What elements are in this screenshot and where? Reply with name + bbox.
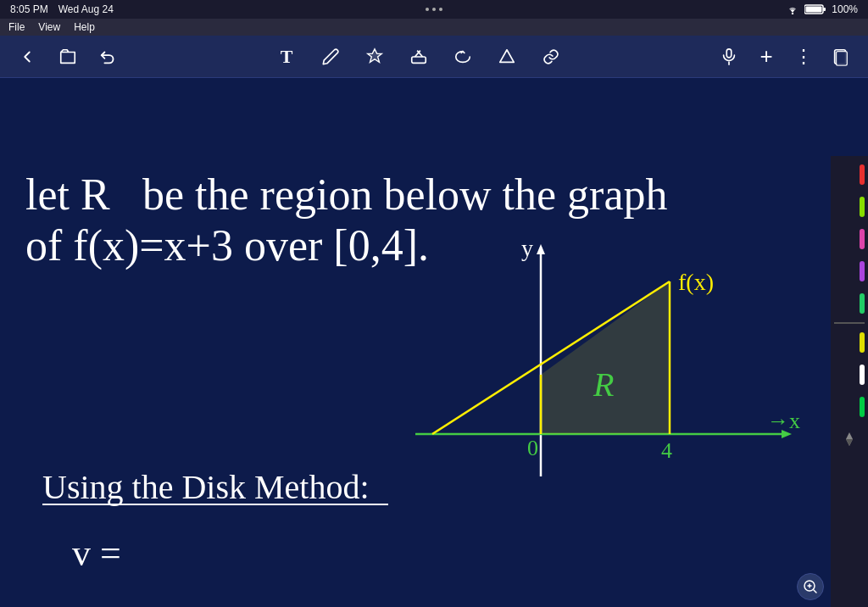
system-bar-left: 8:05 PM Wed Aug 24 <box>10 3 114 15</box>
svg-text:v =: v = <box>72 532 121 574</box>
color-lime[interactable] <box>834 192 865 222</box>
battery-percent: 100% <box>832 3 858 15</box>
dot1 <box>426 8 429 11</box>
svg-text:→x: →x <box>767 409 800 433</box>
menu-bar: File View Help <box>0 19 868 36</box>
svg-marker-20 <box>541 281 670 434</box>
system-bar-right: 100% <box>786 3 858 15</box>
shapes-tool[interactable] <box>493 43 520 70</box>
svg-text:be the region below the graph: be the region below the graph <box>142 170 667 219</box>
undo-button[interactable] <box>95 43 122 70</box>
svg-text:4: 4 <box>661 438 672 463</box>
canvas-area[interactable]: let R be the region below the graph of f… <box>0 78 831 607</box>
svg-text:let R: let R <box>25 170 110 219</box>
folder-button[interactable] <box>54 43 81 70</box>
microphone-button[interactable] <box>715 43 743 70</box>
svg-rect-4 <box>412 57 426 63</box>
svg-point-0 <box>792 13 793 14</box>
battery-icon <box>804 3 826 15</box>
eraser-tool[interactable] <box>405 43 432 70</box>
svg-text:y: y <box>521 235 533 261</box>
color-purple[interactable] <box>834 256 865 287</box>
color-pink[interactable] <box>834 224 865 254</box>
main-area: let R be the region below the graph of f… <box>0 78 868 607</box>
svg-text:of f(x)=x+3   over   [0,4].: of f(x)=x+3 over [0,4]. <box>25 221 429 270</box>
toolbar-left <box>14 43 122 70</box>
color-green2[interactable] <box>834 392 865 422</box>
dot3 <box>439 8 442 11</box>
canvas-svg: let R be the region below the graph of f… <box>0 78 831 607</box>
zoom-in-button[interactable] <box>797 573 824 600</box>
svg-marker-13 <box>537 244 545 254</box>
svg-rect-2 <box>806 7 822 13</box>
more-options-button[interactable]: ⋮ <box>790 43 817 70</box>
pages-button[interactable] <box>827 43 854 70</box>
svg-text:f(x): f(x) <box>678 269 714 295</box>
sidebar-divider <box>834 322 865 324</box>
system-bar: 8:05 PM Wed Aug 24 100% <box>0 0 868 19</box>
time-display: 8:05 PM <box>10 3 48 15</box>
dot2 <box>432 8 436 11</box>
add-button[interactable]: + <box>753 43 780 70</box>
highlighter-tool[interactable] <box>361 43 388 70</box>
svg-rect-5 <box>726 48 732 57</box>
svg-line-34 <box>814 590 816 593</box>
toolbar-right: + ⋮ <box>715 43 854 70</box>
pen-tip-icon <box>841 431 858 451</box>
toolbar-center: T <box>273 43 565 70</box>
color-red[interactable] <box>834 159 865 190</box>
wifi-icon <box>786 4 799 14</box>
svg-text:0: 0 <box>527 436 538 460</box>
right-sidebar: ✕ 57 ▼ <box>831 156 868 607</box>
svg-text:R: R <box>593 365 614 404</box>
svg-rect-3 <box>823 8 826 11</box>
lasso-tool[interactable] <box>449 43 476 70</box>
svg-text:Using the Disk Method:: Using the Disk Method: <box>42 468 370 506</box>
menu-view[interactable]: View <box>38 21 60 33</box>
color-green[interactable] <box>834 288 865 319</box>
menu-file[interactable]: File <box>8 21 25 33</box>
svg-rect-8 <box>837 51 848 65</box>
link-tool[interactable] <box>537 43 565 70</box>
toolbar: T + ⋮ <box>0 36 868 78</box>
color-yellow[interactable] <box>834 327 865 358</box>
menu-help[interactable]: Help <box>74 21 95 33</box>
date-display: Wed Aug 24 <box>58 3 114 15</box>
svg-marker-30 <box>846 439 853 446</box>
text-tool[interactable]: T <box>273 43 300 70</box>
pen-tool[interactable] <box>317 43 344 70</box>
back-button[interactable] <box>14 43 41 70</box>
system-bar-center <box>426 8 442 11</box>
color-white[interactable] <box>834 359 865 390</box>
